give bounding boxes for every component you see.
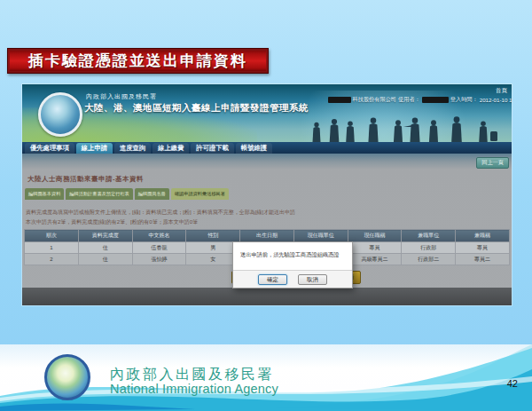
application-count-note: 本次申請共有2筆，資料完成度[綠]的有2筆、[粉]的有0筆；原本文申請0筆 [26, 218, 198, 226]
dialog-message: 送出申請前，須先驗證工商憑證組織憑證 [240, 251, 347, 259]
page-number: 42 [507, 378, 518, 389]
column-header: 現任職單位 [293, 230, 348, 242]
nav-online-apply[interactable]: 線上申請 [76, 143, 113, 154]
content-footer-band [22, 288, 512, 305]
home-link[interactable]: 首頁 [496, 87, 507, 95]
table-cell: 專員 [348, 242, 402, 254]
nav-progress-query[interactable]: 進度查詢 [114, 143, 151, 154]
confirm-dialog: 送出申請前，須先驗證工商憑證組織憑證 確定 取消 [232, 241, 353, 288]
column-header: 中文姓名 [132, 230, 186, 242]
user-label: 使用者： [398, 96, 420, 104]
login-label: 登入時間： [450, 96, 478, 104]
column-header: 兼職單位 [402, 230, 456, 242]
column-header: 性別 [186, 230, 240, 242]
table-cell: 行政部二 [402, 254, 456, 265]
column-header: 兼職稱 [456, 230, 510, 242]
page-title: 大陸人士商務活動來臺申請-基本資料 [27, 175, 144, 184]
column-header: 出生日期 [240, 230, 294, 242]
table-cell: 佳 [78, 254, 132, 265]
nia-logo [44, 354, 90, 400]
slide-title-banner: 插卡驗證憑證並送出申請資料 [7, 48, 269, 74]
table-header-row: 順次資料完成度中文姓名性別出生日期現任職單位現任職稱兼職單位兼職稱 [25, 230, 510, 242]
table-cell: 佳 [78, 242, 132, 254]
table-cell: 1 [25, 242, 79, 254]
tab-group-info[interactable]: 編輯團基本資料 [25, 188, 64, 200]
table-cell: 高級專員二 [348, 254, 402, 265]
table-cell: 行政部 [402, 242, 456, 254]
footer-agency-en: National Immigration Agency [110, 382, 278, 396]
nav-online-payment[interactable]: 線上繳費 [153, 143, 189, 154]
back-to-previous-button[interactable]: 回上一頁 [476, 157, 509, 169]
ok-button[interactable]: 確定 [258, 274, 287, 285]
webapp-agency-logo [38, 92, 82, 137]
login-time: 2012-01-10 15 [480, 97, 512, 103]
login-info-bar: 科技股份有限公司使用者：登入時間：2012-01-10 15 [328, 96, 512, 104]
redacted-user-name [422, 97, 449, 103]
webapp-header: 內政部入出國及移民署 大陸、港、澳地區短期入臺線上申請暨發證管理系統 首頁 科技… [22, 84, 512, 142]
table-cell: 伍春龍 [132, 242, 186, 254]
slide-footer: 內政部入出國及移民署 National Immigration Agency 4… [0, 344, 532, 411]
nav-account-maintenance[interactable]: 帳號維護 [236, 143, 272, 154]
tab-member-roster[interactable]: 編輯團員名冊 [135, 188, 169, 200]
webapp-system-title: 大陸、港、澳地區短期入臺線上申請暨發證管理系統 [84, 102, 309, 115]
form-tabs: 編輯團基本資料編輯活動計畫書及預定行程表編輯團員名冊確認申請資料彙送移民署 [25, 188, 229, 200]
nav-permit-download[interactable]: 許可證下載 [191, 143, 233, 154]
table-cell: 專員 [456, 242, 510, 254]
presentation-slide: 插卡驗證憑證並送出申請資料 [0, 0, 532, 411]
tab-confirm-submit[interactable]: 確認申請資料彙送移民署 [171, 188, 229, 200]
nav-menu: 優先處理事項線上申請進度查詢線上繳費許可證下載帳號維護 [22, 142, 512, 154]
dialog-button-bar: 確定 取消 [233, 270, 352, 288]
tab-activity-plan[interactable]: 編輯活動計畫書及預定行程表 [66, 188, 132, 200]
cancel-button[interactable]: 取消 [298, 274, 327, 285]
table-cell: 專員二 [456, 254, 510, 265]
nav-priority-items[interactable]: 優先處理事項 [25, 143, 74, 154]
webapp-agency-name: 內政部入出國及移民署 [86, 92, 157, 101]
webapp-screenshot: 內政部入出國及移民署 大陸、港、澳地區短期入臺線上申請暨發證管理系統 首頁 科技… [22, 84, 512, 305]
redacted-company-name [328, 97, 351, 103]
column-header: 資料完成度 [78, 230, 132, 242]
table-cell: 2 [25, 254, 79, 265]
company-suffix: 科技股份有限公司 [353, 96, 397, 104]
slide-title: 插卡驗證憑證並送出申請資料 [28, 51, 247, 71]
column-header: 順次 [25, 230, 79, 242]
table-cell: 張怡婷 [132, 254, 186, 265]
completion-note: 資料完成度為填寫申請或檢附文件上傳情況，[綠]：資料填已完成；[粉]：資料填寫不… [26, 209, 295, 217]
column-header: 現任職稱 [348, 230, 402, 242]
